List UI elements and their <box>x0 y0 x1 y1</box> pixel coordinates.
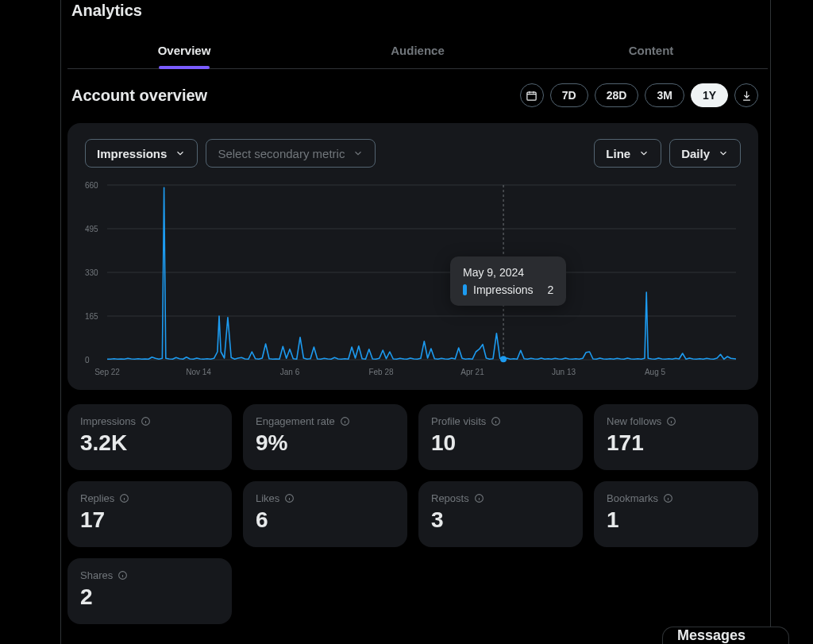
x-tick-label: Apr 21 <box>460 368 484 376</box>
tooltip-value: 2 <box>547 283 553 296</box>
x-tick-label: Feb 28 <box>368 368 393 376</box>
chevron-down-icon <box>175 148 186 159</box>
y-tick-label: 660 <box>85 181 98 190</box>
info-icon <box>118 570 128 580</box>
download-icon <box>741 90 753 102</box>
card-label: Likes <box>256 492 279 504</box>
card-replies[interactable]: Replies 17 <box>67 481 232 547</box>
card-value: 2 <box>80 584 219 610</box>
chart-type-dropdown[interactable]: Line <box>594 139 661 168</box>
chevron-down-icon <box>353 148 364 159</box>
primary-metric-dropdown[interactable]: Impressions <box>85 139 198 168</box>
card-label: Engagement rate <box>256 415 335 427</box>
info-icon <box>491 416 501 426</box>
page-title: Analytics <box>67 0 781 20</box>
calendar-button[interactable] <box>520 83 544 107</box>
tabs: Overview Audience Content <box>67 36 768 69</box>
info-icon <box>284 493 295 503</box>
card-impressions[interactable]: Impressions 3.2K <box>67 404 232 470</box>
stat-cards: Impressions 3.2K Engagement rate 9% Prof… <box>67 404 758 624</box>
x-tick-label: Jun 13 <box>552 368 576 376</box>
x-tick-label: Sep 22 <box>94 368 120 376</box>
card-value: 1 <box>607 507 746 533</box>
info-icon <box>141 416 151 426</box>
card-likes[interactable]: Likes 6 <box>243 481 407 547</box>
chevron-down-icon <box>638 148 649 159</box>
tab-audience[interactable]: Audience <box>301 36 534 68</box>
info-icon <box>666 416 676 426</box>
chart-plot[interactable]: May 9, 2024 Impressions 2 0165330495660S… <box>85 177 741 382</box>
card-label: Bookmarks <box>607 492 658 504</box>
range-3m[interactable]: 3M <box>645 83 684 107</box>
card-engagement-rate[interactable]: Engagement rate 9% <box>243 404 407 470</box>
y-tick-label: 495 <box>85 225 98 233</box>
tab-overview[interactable]: Overview <box>67 36 301 68</box>
tab-content[interactable]: Content <box>534 36 768 68</box>
chevron-down-icon <box>718 148 729 159</box>
date-range-row: 7D 28D 3M 1Y <box>520 83 758 107</box>
chart-type-label: Line <box>606 147 630 160</box>
calendar-icon <box>526 90 538 102</box>
x-tick-label: Jan 6 <box>280 368 299 376</box>
card-profile-visits[interactable]: Profile visits 10 <box>418 404 583 470</box>
svg-rect-0 <box>527 92 536 100</box>
granularity-label: Daily <box>681 147 710 160</box>
range-7d[interactable]: 7D <box>550 83 588 107</box>
secondary-metric-dropdown[interactable]: Select secondary metric <box>206 139 376 168</box>
section-title: Account overview <box>67 87 207 105</box>
y-tick-label: 165 <box>85 312 98 321</box>
info-icon <box>340 416 350 426</box>
chart-tooltip: May 9, 2024 Impressions 2 <box>450 256 566 306</box>
y-tick-label: 0 <box>85 356 90 364</box>
card-value: 171 <box>607 430 746 456</box>
info-icon <box>474 493 484 503</box>
card-label: Replies <box>80 492 114 504</box>
card-reposts[interactable]: Reposts 3 <box>418 481 583 547</box>
chart-card: Impressions Select secondary metric Line… <box>67 123 758 390</box>
download-button[interactable] <box>734 83 758 107</box>
info-icon <box>119 493 129 503</box>
svg-point-7 <box>500 356 507 362</box>
granularity-dropdown[interactable]: Daily <box>669 139 741 168</box>
tooltip-metric: Impressions <box>473 283 533 296</box>
card-new-follows[interactable]: New follows 171 <box>594 404 758 470</box>
x-tick-label: Aug 5 <box>645 368 665 376</box>
primary-metric-label: Impressions <box>97 147 167 160</box>
y-tick-label: 330 <box>85 268 98 277</box>
card-value: 10 <box>431 430 570 456</box>
card-value: 6 <box>256 507 395 533</box>
range-28d[interactable]: 28D <box>595 83 639 107</box>
messages-drawer[interactable]: Messages <box>662 627 789 644</box>
card-value: 3.2K <box>80 430 219 456</box>
card-label: Profile visits <box>431 415 486 427</box>
card-label: Shares <box>80 569 113 581</box>
card-shares[interactable]: Shares 2 <box>67 558 232 624</box>
secondary-metric-placeholder: Select secondary metric <box>218 147 345 160</box>
messages-label: Messages <box>677 627 746 644</box>
card-label: Impressions <box>80 415 136 427</box>
tooltip-date: May 9, 2024 <box>463 266 553 279</box>
card-label: New follows <box>607 415 661 427</box>
range-1y[interactable]: 1Y <box>691 83 728 107</box>
info-icon <box>663 493 673 503</box>
card-label: Reposts <box>431 492 469 504</box>
tooltip-swatch <box>463 284 467 295</box>
x-tick-label: Nov 14 <box>186 368 211 376</box>
card-value: 3 <box>431 507 570 533</box>
card-bookmarks[interactable]: Bookmarks 1 <box>594 481 758 547</box>
card-value: 9% <box>256 430 395 456</box>
card-value: 17 <box>80 507 219 533</box>
